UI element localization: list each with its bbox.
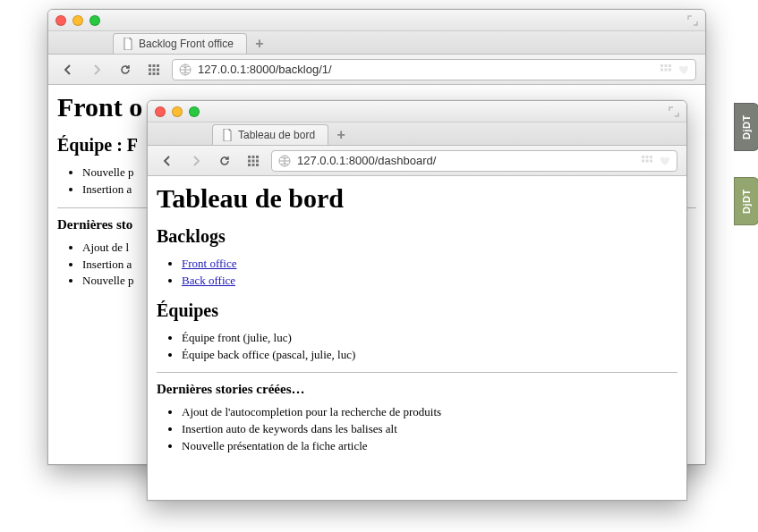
svg-rect-20 (252, 159, 255, 162)
list-item: Front office (182, 256, 677, 273)
page-content: Tableau de bord Backlogs Front office Ba… (148, 176, 686, 500)
heart-icon[interactable] (659, 155, 671, 167)
toolbar: 127.0.0.1:8000/backlog/1/ (48, 55, 705, 85)
titlebar (48, 10, 705, 31)
titlebar (148, 101, 686, 122)
globe-icon (178, 63, 192, 77)
svg-rect-31 (650, 159, 652, 162)
svg-rect-24 (256, 164, 259, 166)
url-text: 127.0.0.1:8000/dashboard/ (297, 154, 635, 167)
url-right-icons (660, 63, 690, 76)
new-tab-button[interactable]: + (247, 33, 272, 54)
reload-button[interactable] (115, 60, 136, 80)
back-button[interactable] (157, 151, 178, 171)
stories-list: Ajout de l'autocompletion pour la recher… (182, 404, 677, 455)
forward-button[interactable] (86, 60, 107, 80)
svg-rect-2 (157, 64, 159, 67)
svg-rect-10 (660, 64, 663, 67)
apps-button[interactable] (243, 151, 264, 171)
svg-rect-5 (157, 68, 159, 71)
expand-icon[interactable] (687, 15, 698, 26)
svg-rect-13 (660, 68, 663, 71)
tabbar: Backlog Front office + (48, 31, 705, 55)
tab-label: Backlog Front office (139, 38, 234, 50)
close-window-button[interactable] (155, 106, 166, 117)
svg-rect-23 (252, 164, 255, 166)
svg-rect-26 (642, 156, 644, 158)
svg-rect-22 (248, 164, 251, 166)
tab-label: Tableau de bord (238, 129, 315, 141)
page-title: Tableau de bord (157, 183, 677, 214)
browser-window-front: Tableau de bord + 127.0.0.1:8000/dashboa… (147, 100, 687, 501)
svg-rect-3 (149, 68, 151, 71)
heart-icon[interactable] (677, 63, 690, 76)
globe-icon (277, 154, 292, 168)
window-controls (55, 15, 100, 26)
list-item: Ajout de l'autocompletion pour la recher… (182, 404, 677, 421)
svg-rect-30 (646, 159, 649, 162)
list-item: Back office (182, 273, 677, 290)
file-icon (222, 129, 233, 141)
svg-rect-18 (256, 156, 259, 158)
divider (157, 372, 677, 373)
file-icon (123, 38, 133, 50)
list-item: Nouvelle présentation de la fiche articl… (182, 438, 677, 455)
backlog-link-front[interactable]: Front office (182, 257, 237, 270)
expand-icon[interactable] (669, 106, 679, 117)
svg-rect-27 (646, 156, 649, 158)
djdt-toggle-front[interactable]: DjDT (734, 177, 758, 225)
backlogs-list: Front office Back office (182, 256, 677, 290)
backlogs-heading: Backlogs (157, 226, 677, 247)
url-text: 127.0.0.1:8000/backlog/1/ (198, 63, 654, 76)
list-item: Insertion auto de keywords dans les bali… (182, 421, 677, 438)
svg-rect-16 (248, 156, 251, 158)
window-controls (155, 106, 200, 117)
svg-rect-29 (642, 159, 644, 162)
tab-dashboard[interactable]: Tableau de bord (212, 124, 328, 145)
tab-backlog[interactable]: Backlog Front office (113, 33, 247, 54)
teams-heading: Équipes (157, 300, 677, 321)
djdt-toggle-back[interactable]: DjDT (734, 103, 758, 151)
zoom-window-button[interactable] (89, 15, 100, 26)
svg-rect-15 (669, 68, 671, 71)
reload-button[interactable] (214, 151, 235, 171)
svg-rect-4 (153, 68, 156, 71)
minimize-window-button[interactable] (172, 106, 183, 117)
svg-rect-0 (149, 64, 151, 67)
stories-heading: Dernières stories créées… (157, 382, 677, 397)
zoom-window-button[interactable] (189, 106, 200, 117)
minimize-window-button[interactable] (72, 15, 83, 26)
address-bar[interactable]: 127.0.0.1:8000/backlog/1/ (172, 59, 696, 80)
backlog-link-back[interactable]: Back office (182, 274, 235, 287)
forward-button[interactable] (185, 151, 207, 171)
svg-rect-19 (248, 159, 251, 162)
svg-rect-14 (665, 68, 668, 71)
svg-rect-1 (153, 64, 156, 67)
apps-button[interactable] (143, 60, 165, 80)
new-tab-button[interactable]: + (328, 124, 353, 145)
close-window-button[interactable] (55, 15, 66, 26)
list-item: Équipe front (julie, luc) (182, 330, 677, 347)
toolbar: 127.0.0.1:8000/dashboard/ (148, 146, 686, 176)
back-button[interactable] (57, 60, 79, 80)
svg-rect-7 (153, 72, 156, 75)
address-bar[interactable]: 127.0.0.1:8000/dashboard/ (271, 150, 677, 172)
teams-list: Équipe front (julie, luc) Équipe back of… (182, 330, 677, 364)
url-right-icons (641, 155, 671, 167)
svg-rect-17 (252, 156, 255, 158)
list-item: Équipe back office (pascal, julie, luc) (182, 347, 677, 364)
svg-rect-6 (149, 72, 151, 75)
grid-icon[interactable] (641, 155, 653, 167)
svg-rect-11 (665, 64, 668, 67)
svg-rect-21 (256, 159, 259, 162)
svg-rect-12 (669, 64, 671, 67)
svg-rect-8 (157, 72, 159, 75)
tabbar: Tableau de bord + (148, 122, 686, 146)
svg-rect-28 (650, 156, 652, 158)
grid-icon[interactable] (660, 63, 672, 76)
